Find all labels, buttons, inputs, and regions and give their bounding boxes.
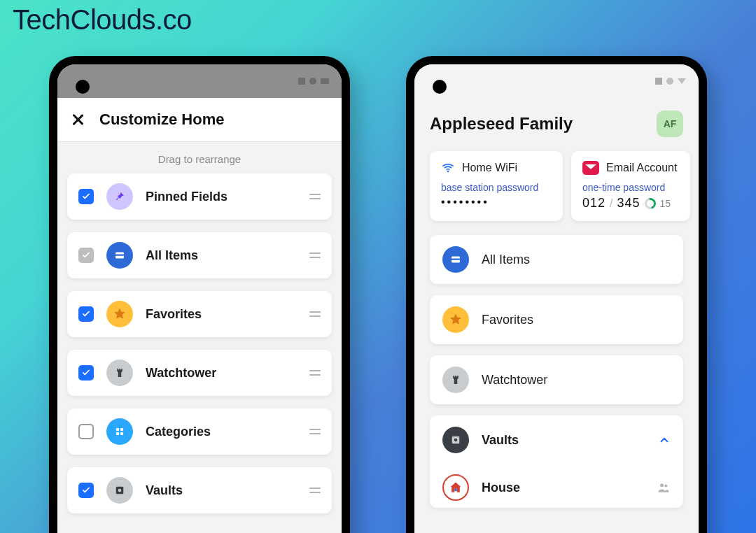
close-icon[interactable] — [71, 113, 84, 126]
star-icon — [442, 306, 469, 333]
row-favorites[interactable]: Favorites — [67, 291, 332, 337]
drag-handle-icon[interactable] — [309, 429, 321, 434]
row-watchtower[interactable]: Watchtower — [67, 350, 332, 396]
vault-item-house[interactable]: House — [442, 464, 671, 508]
pin-icon — [106, 183, 133, 210]
status-dot-icon — [309, 78, 316, 85]
drag-handle-icon[interactable] — [309, 488, 321, 493]
vaults-header[interactable]: Vaults — [442, 415, 671, 464]
svg-point-12 — [454, 439, 458, 442]
otp-separator: / — [610, 197, 612, 210]
status-bar — [57, 64, 342, 98]
nav-label: All Items — [482, 253, 671, 267]
svg-point-7 — [118, 489, 122, 492]
nav-all-items[interactable]: All Items — [430, 235, 683, 284]
card-subtitle: one-time password — [582, 182, 679, 193]
status-square-icon — [655, 78, 662, 85]
svg-point-2 — [116, 428, 120, 432]
check-icon — [81, 192, 91, 201]
svg-point-14 — [660, 483, 664, 487]
watermark-text: TechClouds.co — [13, 4, 192, 36]
row-label: Favorites — [146, 307, 297, 322]
card-subtitle: base station password — [441, 182, 552, 193]
svg-rect-13 — [454, 489, 456, 491]
status-triangle-icon — [678, 78, 686, 84]
row-vaults[interactable]: Vaults — [67, 467, 332, 513]
otp-part-1: 012 — [582, 196, 606, 211]
tower-icon — [442, 367, 469, 393]
svg-rect-10 — [451, 259, 460, 260]
checkbox-on[interactable] — [78, 365, 94, 381]
house-icon — [442, 474, 469, 501]
drag-handle-icon[interactable] — [309, 194, 321, 199]
nav-label: Favorites — [482, 313, 671, 327]
check-icon — [81, 250, 91, 260]
status-triangle-icon — [321, 78, 329, 84]
nav-watchtower[interactable]: Watchtower — [430, 355, 683, 404]
row-label: Pinned Fields — [146, 190, 297, 204]
checkbox-disabled[interactable] — [78, 248, 94, 263]
checkbox-off[interactable] — [78, 424, 94, 439]
otp-timer-ring-icon — [643, 196, 658, 211]
checkbox-on[interactable] — [78, 189, 94, 204]
vault-name: Appleseed Family — [430, 114, 573, 134]
page-title: Customize Home — [99, 111, 224, 129]
vault-icon — [442, 427, 469, 453]
card-home-wifi[interactable]: Home WiFi base station password •••••••• — [430, 151, 563, 221]
checkbox-on[interactable] — [78, 306, 94, 322]
svg-point-15 — [664, 485, 667, 488]
row-all-items[interactable]: All Items — [67, 232, 332, 278]
vaults-section: Vaults House — [430, 415, 683, 508]
check-icon — [81, 485, 91, 495]
phone-home: Appleseed Family AF Home WiFi base stati… — [406, 56, 707, 533]
tower-icon — [106, 360, 133, 386]
wifi-icon — [441, 161, 455, 175]
otp-seconds: 15 — [660, 198, 671, 209]
status-dot-icon — [666, 78, 673, 85]
row-categories[interactable]: Categories — [67, 408, 332, 455]
vault-item-label: House — [482, 481, 644, 495]
row-pinned-fields[interactable]: Pinned Fields — [67, 173, 332, 220]
svg-point-3 — [120, 428, 124, 432]
row-label: All Items — [146, 248, 297, 263]
chevron-up-icon — [658, 434, 671, 446]
wallet-icon — [442, 246, 469, 273]
row-label: Vaults — [146, 483, 297, 498]
otp-part-2: 345 — [617, 196, 640, 211]
vault-icon — [106, 477, 133, 504]
card-title: Email Account — [606, 162, 677, 174]
star-icon — [106, 301, 133, 327]
grid-icon — [106, 418, 133, 445]
phone-customize-home: Customize Home Drag to rearrange Pinned … — [49, 56, 350, 533]
row-label: Watchtower — [146, 366, 297, 381]
row-label: Categories — [146, 425, 297, 439]
status-square-icon — [298, 78, 305, 85]
mail-icon — [582, 161, 599, 175]
customize-list: Pinned Fields All Items — [57, 173, 342, 513]
svg-point-8 — [447, 171, 449, 173]
check-icon — [81, 309, 91, 319]
card-title: Home WiFi — [462, 162, 517, 174]
status-bar — [414, 64, 699, 98]
drag-handle-icon[interactable] — [309, 370, 321, 376]
home-header: Appleseed Family AF — [414, 98, 699, 144]
customize-header: Customize Home — [57, 98, 342, 142]
wallet-icon — [106, 242, 133, 269]
avatar[interactable]: AF — [657, 111, 683, 137]
nav-favorites[interactable]: Favorites — [430, 295, 683, 344]
pinned-cards[interactable]: Home WiFi base station password ••••••••… — [414, 144, 699, 228]
nav-label: Watchtower — [482, 373, 671, 388]
svg-point-5 — [120, 432, 124, 436]
password-mask: •••••••• — [441, 196, 489, 208]
camera-hole — [76, 80, 90, 94]
svg-rect-1 — [115, 255, 124, 256]
shared-icon — [657, 481, 671, 495]
home-sections: All Items Favorites Watchtower — [414, 228, 699, 508]
drag-handle-icon[interactable] — [309, 253, 321, 258]
drag-handle-icon[interactable] — [309, 311, 321, 317]
vaults-label: Vaults — [482, 433, 645, 448]
check-icon — [81, 368, 91, 378]
checkbox-on[interactable] — [78, 483, 94, 498]
camera-hole — [433, 80, 447, 94]
card-email-account[interactable]: Email Account one-time password 012 / 34… — [571, 151, 690, 221]
